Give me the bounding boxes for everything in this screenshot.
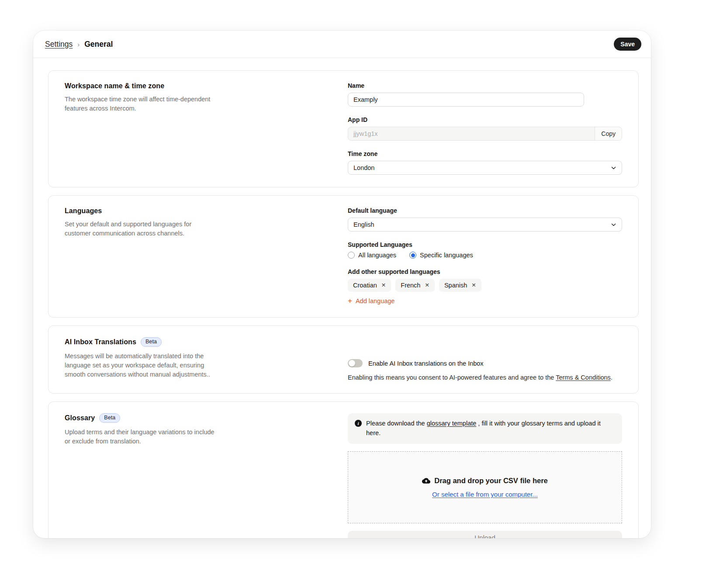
add-language-button[interactable]: + Add language xyxy=(348,297,395,304)
consent-suffix: . xyxy=(611,374,613,381)
ai-card-title: AI Inbox Translations xyxy=(65,338,136,346)
radio-all-languages[interactable]: All languages xyxy=(348,252,396,259)
banner-prefix: Please download the xyxy=(366,420,427,427)
add-language-label: Add language xyxy=(356,297,395,304)
ai-toggle-label: Enable AI Inbox translations on the Inbo… xyxy=(368,360,484,367)
name-field-group: Name Examply xyxy=(348,82,622,107)
languages-card-info: Languages Set your default and supported… xyxy=(65,207,337,305)
radio-selected-icon xyxy=(409,252,416,259)
consent-text: Enabling this means you consent to AI-po… xyxy=(348,374,622,381)
languages-card: Languages Set your default and supported… xyxy=(48,195,639,318)
breadcrumb-settings-link[interactable]: Settings xyxy=(45,40,73,49)
default-language-select[interactable]: English xyxy=(348,218,622,232)
glossary-card-controls: i Please download the glossary template … xyxy=(348,413,622,538)
supported-languages-group: Supported Languages All languages Specif… xyxy=(348,241,622,259)
ai-inbox-toggle[interactable] xyxy=(348,359,363,367)
radio-specific-languages[interactable]: Specific languages xyxy=(409,252,473,259)
ai-card-controls: Enable AI Inbox translations on the Inbo… xyxy=(348,359,622,381)
settings-panel: Settings › General Save Workspace name &… xyxy=(33,31,651,538)
default-language-value: English xyxy=(353,221,374,228)
consent-prefix: Enabling this means you consent to AI-po… xyxy=(348,374,556,381)
language-tag-spanish: Spanish ✕ xyxy=(439,279,481,292)
glossary-card-info: Glossary Beta Upload terms and their lan… xyxy=(65,413,337,538)
save-button[interactable]: Save xyxy=(614,38,641,51)
add-other-languages-label: Add other supported languages xyxy=(348,268,622,275)
glossary-template-link[interactable]: glossary template xyxy=(427,420,477,427)
language-tags: Croatian ✕ French ✕ Spanish ✕ xyxy=(348,279,622,292)
breadcrumb-chevron-icon: › xyxy=(77,41,80,48)
banner-text: Please download the glossary template , … xyxy=(366,419,615,438)
default-language-label: Default language xyxy=(348,207,622,214)
radio-unselected-icon xyxy=(348,252,355,259)
radio-all-languages-label: All languages xyxy=(358,252,396,259)
workspace-card-controls: Name Examply App ID jjyw1g1x Copy Time z… xyxy=(348,82,622,175)
name-input[interactable]: Examply xyxy=(348,93,584,107)
ai-inbox-translations-card: AI Inbox Translations Beta Messages will… xyxy=(48,325,639,394)
languages-card-description: Set your default and supported languages… xyxy=(65,220,217,239)
chevron-down-icon xyxy=(611,222,616,228)
time-zone-label: Time zone xyxy=(348,150,622,157)
breadcrumb: Settings › General xyxy=(45,40,113,49)
upload-button[interactable]: Upload xyxy=(348,531,622,539)
plus-icon: + xyxy=(348,297,352,304)
language-tag-label: Croatian xyxy=(353,282,377,289)
page-header: Settings › General Save xyxy=(33,31,651,58)
workspace-card-title: Workspace name & time zone xyxy=(65,82,337,90)
name-label: Name xyxy=(348,82,622,89)
dropzone-title: Drag and drop your CSV file here xyxy=(434,477,547,485)
glossary-info-banner: i Please download the glossary template … xyxy=(348,413,622,444)
beta-badge: Beta xyxy=(141,337,162,347)
remove-tag-icon[interactable]: ✕ xyxy=(381,283,386,288)
ai-card-description: Messages will be automatically translate… xyxy=(65,352,217,380)
copy-button[interactable]: Copy xyxy=(595,127,622,140)
app-id-field-group: App ID jjyw1g1x Copy xyxy=(348,116,622,141)
supported-languages-label: Supported Languages xyxy=(348,241,622,248)
language-tag-french: French ✕ xyxy=(395,279,435,292)
app-id-value: jjyw1g1x xyxy=(348,127,595,140)
app-id-label: App ID xyxy=(348,116,622,123)
language-tag-croatian: Croatian ✕ xyxy=(348,279,391,292)
language-tag-label: French xyxy=(401,282,420,289)
remove-tag-icon[interactable]: ✕ xyxy=(425,283,429,288)
glossary-card-description: Upload terms and their language variatio… xyxy=(65,428,217,446)
csv-dropzone[interactable]: Drag and drop your CSV file here Or sele… xyxy=(348,451,622,523)
terms-and-conditions-link[interactable]: Terms & Conditions xyxy=(556,374,611,381)
remove-tag-icon[interactable]: ✕ xyxy=(471,283,476,288)
default-language-group: Default language English xyxy=(348,207,622,232)
ai-card-info: AI Inbox Translations Beta Messages will… xyxy=(65,337,337,381)
workspace-card: Workspace name & time zone The workspace… xyxy=(48,70,639,187)
time-zone-field-group: Time zone London xyxy=(348,150,622,175)
workspace-card-description: The workspace time zone will affect time… xyxy=(65,95,217,114)
select-file-link[interactable]: Or select a file from your computer... xyxy=(432,491,538,498)
page-title: General xyxy=(84,40,113,49)
languages-card-title: Languages xyxy=(65,207,337,215)
beta-badge: Beta xyxy=(99,413,120,423)
language-tag-label: Spanish xyxy=(444,282,467,289)
ai-toggle-row: Enable AI Inbox translations on the Inbo… xyxy=(348,359,622,367)
time-zone-value: London xyxy=(353,164,374,171)
chevron-down-icon xyxy=(611,165,616,171)
add-other-languages-group: Add other supported languages Croatian ✕… xyxy=(348,268,622,305)
app-id-input-group: jjyw1g1x Copy xyxy=(348,127,622,141)
workspace-card-info: Workspace name & time zone The workspace… xyxy=(65,82,337,175)
toggle-knob xyxy=(349,360,355,367)
info-icon: i xyxy=(355,420,362,427)
dropzone-title-row: Drag and drop your CSV file here xyxy=(422,476,547,485)
glossary-card-title: Glossary xyxy=(65,414,95,422)
cloud-upload-icon xyxy=(422,477,430,485)
radio-specific-languages-label: Specific languages xyxy=(420,252,473,259)
languages-card-controls: Default language English Supported Langu… xyxy=(348,207,622,305)
settings-content: Workspace name & time zone The workspace… xyxy=(33,58,651,538)
supported-languages-radios: All languages Specific languages xyxy=(348,252,622,259)
time-zone-select[interactable]: London xyxy=(348,161,622,175)
glossary-card: Glossary Beta Upload terms and their lan… xyxy=(48,401,639,538)
